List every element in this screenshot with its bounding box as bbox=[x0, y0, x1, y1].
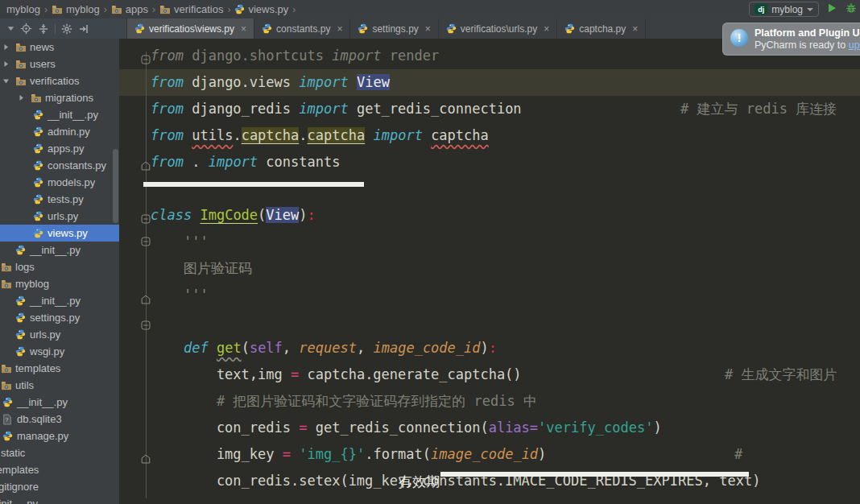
code-line[interactable]: con_redis = get_redis_connection(alias='… bbox=[151, 415, 662, 441]
tree-item-label: manage.py bbox=[17, 428, 68, 444]
fold-marker-icon[interactable] bbox=[141, 451, 151, 461]
tree-item-migrations[interactable]: migrations bbox=[0, 89, 119, 106]
tree-item-logs[interactable]: logs bbox=[0, 258, 119, 275]
tree-item--init-py[interactable]: __init__.py bbox=[0, 495, 119, 504]
tree-item-verificatios[interactable]: verificatios bbox=[0, 72, 119, 89]
code-line[interactable]: img_key = 'img_{}'.format(image_code_id)… bbox=[151, 441, 546, 468]
dropdown-caret-icon[interactable] bbox=[7, 26, 14, 31]
code-token: ( bbox=[258, 207, 266, 223]
breadcrumb-item[interactable]: verificatios bbox=[159, 3, 223, 15]
tree-item-myblog[interactable]: myblog bbox=[0, 275, 119, 292]
tree-item-models-py[interactable]: models.py bbox=[0, 174, 119, 191]
editor-tab[interactable]: settings.py× bbox=[350, 19, 438, 39]
tree-item-utils[interactable]: utils bbox=[0, 377, 119, 394]
code-line[interactable]: from utils.captcha.captcha import captch… bbox=[151, 122, 489, 149]
code-line[interactable]: from django_redis import get_redis_conne… bbox=[151, 96, 522, 122]
tree-item-tests-py[interactable]: tests.py bbox=[0, 191, 119, 208]
tree-item-static[interactable]: static bbox=[0, 444, 119, 461]
scrollbar-thumb[interactable] bbox=[113, 149, 118, 223]
code-token: = bbox=[283, 446, 291, 462]
fold-marker-icon[interactable] bbox=[141, 291, 151, 301]
code-token: ''' bbox=[151, 287, 209, 303]
collapse-icon[interactable] bbox=[38, 23, 49, 35]
tree-item-gitignore[interactable]: gitignore bbox=[0, 478, 119, 495]
chevron-right-icon[interactable] bbox=[18, 89, 25, 106]
editor-tab[interactable]: verificatios\views.py× bbox=[127, 19, 254, 39]
close-icon[interactable]: × bbox=[425, 23, 431, 35]
code-token: = bbox=[291, 366, 299, 382]
tree-item-manage-py[interactable]: manage.py bbox=[0, 428, 119, 444]
run-button[interactable] bbox=[826, 2, 837, 17]
package-folder-icon bbox=[15, 39, 27, 56]
tree-item--init-py[interactable]: __init__.py bbox=[0, 394, 119, 411]
code-token: . bbox=[233, 127, 241, 143]
code-token: get_redis_connection bbox=[349, 101, 522, 117]
python-file-icon bbox=[33, 140, 43, 157]
close-icon[interactable]: × bbox=[241, 23, 246, 35]
tree-item--init-py[interactable]: __init__.py bbox=[0, 106, 119, 123]
tree-item-settings-py[interactable]: settings.py bbox=[0, 309, 119, 326]
tree-item-admin-py[interactable]: admin.py bbox=[0, 123, 119, 140]
fold-marker-icon[interactable] bbox=[141, 52, 151, 61]
tree-item--init-py[interactable]: __init__.py bbox=[0, 242, 119, 258]
tree-item-urls-py[interactable]: urls.py bbox=[0, 326, 119, 343]
fold-marker-icon[interactable] bbox=[141, 317, 151, 327]
python-file-icon bbox=[15, 242, 26, 258]
code-editor[interactable]: from django.shortcuts import renderfrom … bbox=[119, 39, 860, 504]
code-line[interactable]: ''' bbox=[151, 282, 209, 308]
code-token bbox=[349, 74, 357, 90]
code-line[interactable]: 图片验证码 bbox=[151, 255, 252, 282]
python-file-icon bbox=[2, 428, 13, 444]
pin-icon[interactable] bbox=[78, 23, 89, 35]
package-folder-icon bbox=[1, 258, 12, 275]
tree-item-views-py[interactable]: views.py bbox=[0, 225, 119, 242]
code-line[interactable]: def get(self, request, image_code_id): bbox=[151, 335, 497, 361]
code-line[interactable]: ''' bbox=[151, 229, 209, 255]
tab-label: constants.py bbox=[276, 23, 330, 35]
code-token: get_redis_connection( bbox=[307, 419, 488, 436]
editor-tab[interactable]: captcha.py× bbox=[557, 19, 646, 39]
tree-item-templates[interactable]: templates bbox=[0, 360, 119, 377]
gear-icon[interactable] bbox=[61, 23, 72, 35]
tree-item-news[interactable]: news bbox=[0, 39, 119, 56]
tree-item-db-sqlite3[interactable]: ?db.sqlite3 bbox=[0, 411, 119, 428]
notification-balloon[interactable]: ! Platform and Plugin Up PyCharm is read… bbox=[722, 23, 860, 56]
breadcrumb-item[interactable]: views.py bbox=[234, 3, 288, 15]
code-line[interactable]: from django.views import View bbox=[151, 69, 390, 96]
editor-tab[interactable]: constants.py× bbox=[254, 19, 350, 39]
tree-item-apps-py[interactable]: apps.py bbox=[0, 140, 119, 157]
fold-marker-icon[interactable] bbox=[141, 211, 151, 221]
tree-item-constants-py[interactable]: constants.py bbox=[0, 157, 119, 174]
tree-item-templates[interactable]: templates bbox=[0, 461, 119, 478]
code-token bbox=[192, 207, 200, 223]
fold-marker-icon[interactable] bbox=[141, 158, 151, 167]
fold-gutter-line bbox=[146, 52, 147, 498]
fold-marker-icon[interactable] bbox=[141, 233, 151, 243]
python-file-icon bbox=[234, 4, 245, 14]
update-link[interactable]: upda bbox=[849, 39, 860, 51]
tree-item--init-py[interactable]: __init__.py bbox=[0, 292, 119, 309]
chevron-down-icon[interactable] bbox=[2, 72, 10, 89]
close-icon[interactable]: × bbox=[337, 23, 342, 35]
code-line[interactable]: from . import constants bbox=[151, 149, 340, 176]
breadcrumb: myblog›myblog›apps›verificatios›views.py… bbox=[0, 0, 860, 19]
code-line[interactable]: class ImgCode(View): bbox=[151, 202, 316, 229]
run-configuration-select[interactable]: dj myblog bbox=[749, 2, 819, 17]
chevron-right-icon[interactable] bbox=[2, 39, 10, 56]
editor-tab[interactable]: verificatios\urls.py× bbox=[439, 19, 557, 39]
close-icon[interactable]: × bbox=[632, 23, 638, 35]
tree-item-users[interactable]: users bbox=[0, 56, 119, 72]
code-token: request bbox=[299, 340, 357, 356]
breadcrumb-item[interactable]: myblog bbox=[52, 3, 100, 15]
code-line[interactable]: # 把图片验证码和文字验证码存到指定的 redis 中 bbox=[151, 388, 537, 415]
breadcrumb-item[interactable]: apps bbox=[111, 3, 148, 15]
tree-item-wsgi-py[interactable]: wsgi.py bbox=[0, 343, 119, 360]
debug-button[interactable] bbox=[845, 2, 858, 17]
breadcrumb-item[interactable]: myblog bbox=[6, 3, 40, 15]
close-icon[interactable]: × bbox=[544, 23, 549, 35]
locate-icon[interactable] bbox=[20, 23, 32, 35]
code-line[interactable]: text,img = captcha.generate_captcha()# 生… bbox=[151, 361, 522, 388]
tree-item-urls-py[interactable]: urls.py bbox=[0, 208, 119, 225]
code-line[interactable]: from django.shortcuts import render bbox=[151, 43, 439, 69]
chevron-right-icon[interactable] bbox=[2, 56, 10, 72]
